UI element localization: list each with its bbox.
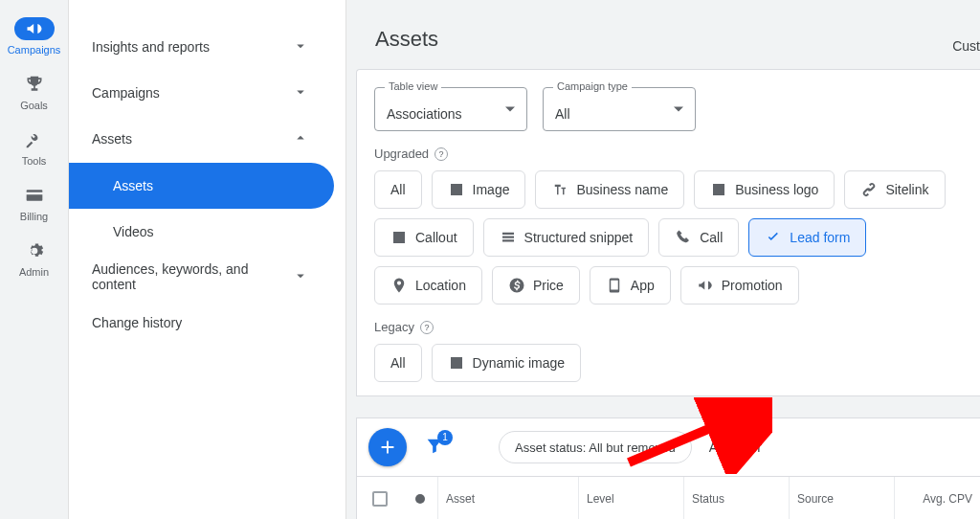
chip-price[interactable]: Price — [492, 266, 580, 305]
chevron-down-icon — [292, 267, 311, 287]
rail-item-goals[interactable]: Goals — [4, 73, 65, 111]
chip-sitelink[interactable]: Sitelink — [844, 170, 945, 209]
phone-device-icon — [606, 277, 623, 294]
chip-image[interactable]: Image — [432, 170, 526, 209]
chip-location[interactable]: Location — [374, 266, 482, 305]
gear-icon — [4, 239, 65, 262]
nav-item-change-history[interactable]: Change history — [69, 301, 334, 345]
chevron-down-icon — [292, 83, 311, 103]
chip-structured-snippet[interactable]: Structured snippet — [483, 218, 650, 257]
sidebar-nav: Insights and reports Campaigns Assets As… — [69, 0, 346, 519]
tools-icon — [4, 128, 65, 151]
chip-legacy-all[interactable]: All — [374, 344, 422, 382]
check-icon — [765, 229, 782, 246]
legacy-chips: All Dynamic image — [374, 344, 963, 382]
table-toolbar: 1 Asset status: All but removed Add filt… — [356, 417, 980, 476]
rail-label-goals: Goals — [4, 100, 65, 111]
megaphone-icon — [697, 277, 714, 294]
chip-lead-form[interactable]: Lead form — [748, 218, 866, 257]
nav-item-audiences[interactable]: Audiences, keywords, and content — [69, 255, 334, 299]
main-content: Assets Cust Table view Associations Camp… — [346, 0, 980, 519]
chip-business-name[interactable]: Business name — [535, 170, 684, 209]
legacy-section-label: Legacy ? — [374, 320, 963, 334]
right-truncated-text: Cust — [952, 38, 980, 54]
chevron-up-icon — [292, 129, 311, 149]
phone-icon — [675, 229, 692, 246]
campaign-type-select[interactable]: Campaign type All — [543, 87, 696, 131]
nav-item-campaigns[interactable]: Campaigns — [69, 71, 334, 115]
page-title: Assets — [346, 0, 980, 69]
plus-icon — [377, 437, 398, 458]
dropdown-caret-icon — [505, 107, 515, 112]
dollar-icon — [508, 277, 525, 294]
rail-item-campaigns[interactable]: Campaigns — [4, 17, 65, 56]
nav-label-assets: Assets — [92, 131, 132, 147]
list-icon — [500, 229, 517, 246]
nav-sub-label-videos: Videos — [113, 224, 154, 239]
asset-status-chip[interactable]: Asset status: All but removed — [499, 431, 692, 463]
help-icon[interactable]: ? — [420, 321, 434, 334]
col-asset[interactable]: Asset — [437, 477, 578, 519]
status-dot-column — [403, 477, 437, 519]
nav-item-insights[interactable]: Insights and reports — [69, 25, 334, 69]
nav-sub-label-assets: Assets — [113, 178, 153, 193]
rail-item-admin[interactable]: Admin — [4, 239, 65, 278]
rail-item-billing[interactable]: Billing — [4, 184, 65, 222]
nav-label-insights: Insights and reports — [92, 39, 210, 55]
image-icon — [448, 354, 465, 372]
chip-dynamic-image[interactable]: Dynamic image — [432, 344, 581, 382]
credit-card-icon — [4, 184, 65, 207]
rail-label-admin: Admin — [4, 266, 65, 278]
trophy-icon — [4, 73, 65, 96]
chip-call[interactable]: Call — [658, 218, 739, 257]
nav-label-change-history: Change history — [92, 315, 182, 330]
nav-sub-assets-active[interactable]: Assets — [69, 163, 334, 209]
asset-filter-card: Table view Associations Campaign type Al… — [356, 69, 980, 396]
note-icon — [390, 229, 408, 246]
nav-label-campaigns: Campaigns — [92, 85, 160, 101]
col-source[interactable]: Source — [789, 477, 894, 519]
nav-label-audiences: Audiences, keywords, and content — [92, 261, 283, 292]
chip-callout[interactable]: Callout — [374, 218, 474, 257]
col-avg-cpv[interactable]: Avg. CPV — [894, 477, 980, 519]
text-icon — [551, 181, 568, 198]
rail-label-campaigns: Campaigns — [4, 44, 65, 56]
select-all-checkbox[interactable] — [357, 477, 403, 519]
upgraded-chips: All Image Business name Business logo Si… — [374, 170, 963, 305]
table-view-label: Table view — [385, 80, 441, 92]
dropdown-caret-icon — [674, 107, 683, 112]
table-view-select[interactable]: Table view Associations — [374, 87, 527, 131]
col-status[interactable]: Status — [683, 477, 789, 519]
col-level[interactable]: Level — [578, 477, 683, 519]
rail-label-tools: Tools — [4, 155, 65, 167]
campaign-type-value: All — [555, 106, 570, 122]
chip-promotion[interactable]: Promotion — [680, 266, 799, 305]
rail-item-tools[interactable]: Tools — [4, 128, 65, 167]
link-icon — [860, 181, 878, 198]
add-asset-button[interactable] — [368, 428, 407, 466]
help-icon[interactable]: ? — [434, 147, 448, 161]
pin-icon — [390, 277, 408, 294]
table-header: Asset Level Status Source Avg. CPV — [356, 476, 980, 519]
chip-business-logo[interactable]: Business logo — [694, 170, 835, 209]
filter-count-badge: 1 — [437, 430, 453, 445]
image-icon — [710, 181, 727, 198]
chip-all[interactable]: All — [374, 170, 422, 209]
add-filter-button[interactable]: Add filter — [709, 440, 762, 455]
chevron-down-icon — [292, 37, 311, 57]
campaign-type-label: Campaign type — [553, 80, 632, 92]
upgraded-section-label: Upgraded ? — [374, 147, 963, 161]
table-view-value: Associations — [387, 106, 462, 122]
chip-app[interactable]: App — [590, 266, 671, 305]
left-rail: Campaigns Goals Tools Billing Admin — [0, 0, 69, 519]
nav-item-assets[interactable]: Assets — [69, 117, 334, 161]
rail-label-billing: Billing — [4, 211, 65, 222]
megaphone-icon — [14, 17, 55, 40]
filter-button[interactable]: 1 — [424, 436, 445, 460]
nav-sub-videos[interactable]: Videos — [69, 211, 345, 253]
image-icon — [448, 181, 465, 198]
